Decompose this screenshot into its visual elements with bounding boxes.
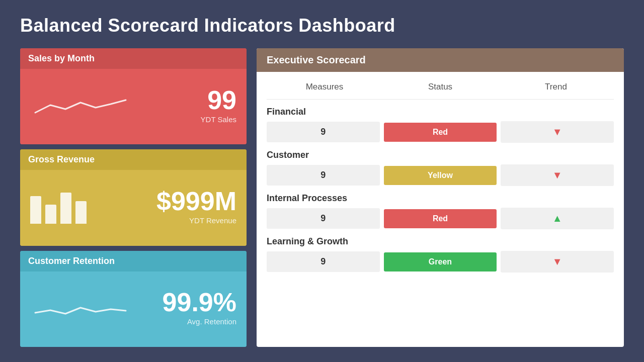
customer-label: Customer [267,150,614,160]
col-header-status: Status [382,82,498,92]
bar-2 [45,205,56,224]
retention-card: Customer Retention 99.9% Avg. Retention [20,251,247,347]
bar-3 [60,193,71,224]
internal-status: Red [384,209,497,228]
learning-section: Learning & Growth 9 Green ▼ [267,236,614,273]
customer-row: 9 Yellow ▼ [267,164,614,186]
customer-section: Customer 9 Yellow ▼ [267,150,614,186]
sales-sub-label: YDT Sales [201,115,236,124]
retention-card-body: 99.9% Avg. Retention [20,272,247,347]
retention-big-number: 99.9% [163,289,236,315]
internal-trend: ▲ [501,208,614,229]
retention-sub-label: Avg. Retention [163,317,236,326]
financial-trend: ▼ [501,121,614,143]
financial-row: 9 Red ▼ [267,121,614,143]
internal-label: Internal Processes [267,193,614,204]
scorecard-panel: Executive Scorecard Measures Status Tren… [257,48,624,347]
financial-section: Financial 9 Red ▼ [267,107,614,143]
learning-row: 9 Green ▼ [267,251,614,273]
sales-card-header: Sales by Month [20,48,247,69]
col-header-measures: Measures [267,82,382,92]
learning-trend-arrow: ▼ [552,256,562,267]
col-header-trend: Trend [498,82,614,92]
learning-status: Green [384,252,497,272]
learning-trend: ▼ [501,251,614,273]
customer-trend: ▼ [501,164,614,186]
internal-section: Internal Processes 9 Red ▲ [267,193,614,229]
internal-trend-arrow: ▲ [552,213,562,224]
left-column: Sales by Month 99 YDT Sales Gross Revenu… [20,48,247,347]
sales-card-body: 99 YDT Sales [20,69,247,144]
customer-status: Yellow [384,166,497,185]
revenue-card-body: $999M YDT Revenue [20,170,247,245]
internal-row: 9 Red ▲ [267,208,614,229]
revenue-card: Gross Revenue $999M YDT Revenue [20,149,247,245]
bar-1 [30,196,41,224]
financial-label: Financial [267,107,614,117]
scorecard-header: Executive Scorecard [257,48,624,72]
revenue-big-number: $999M [156,188,236,214]
revenue-card-header: Gross Revenue [20,149,247,170]
page-title: Balanced Scorecard Indicators Dashboard [20,15,624,36]
financial-trend-arrow: ▼ [552,126,562,137]
financial-measure: 9 [267,122,380,142]
bar-4 [75,201,87,224]
scorecard-body: Measures Status Trend Financial 9 Red ▼ … [257,72,624,347]
dashboard-body: Sales by Month 99 YDT Sales Gross Revenu… [20,48,624,347]
sales-metric: 99 YDT Sales [201,87,236,124]
financial-status: Red [384,123,497,142]
sales-big-number: 99 [201,87,236,113]
internal-measure: 9 [267,208,380,229]
customer-trend-arrow: ▼ [552,169,562,180]
retention-card-header: Customer Retention [20,251,247,272]
customer-measure: 9 [267,165,380,186]
retention-sparkline [30,293,163,323]
revenue-bar-chart [30,189,156,224]
learning-label: Learning & Growth [267,236,614,247]
sales-sparkline [30,90,201,120]
sales-card: Sales by Month 99 YDT Sales [20,48,247,144]
learning-measure: 9 [267,251,380,272]
retention-metric: 99.9% Avg. Retention [163,289,236,326]
revenue-sub-label: YDT Revenue [156,216,236,225]
revenue-metric: $999M YDT Revenue [156,188,236,225]
scorecard-column-headers: Measures Status Trend [267,77,614,100]
